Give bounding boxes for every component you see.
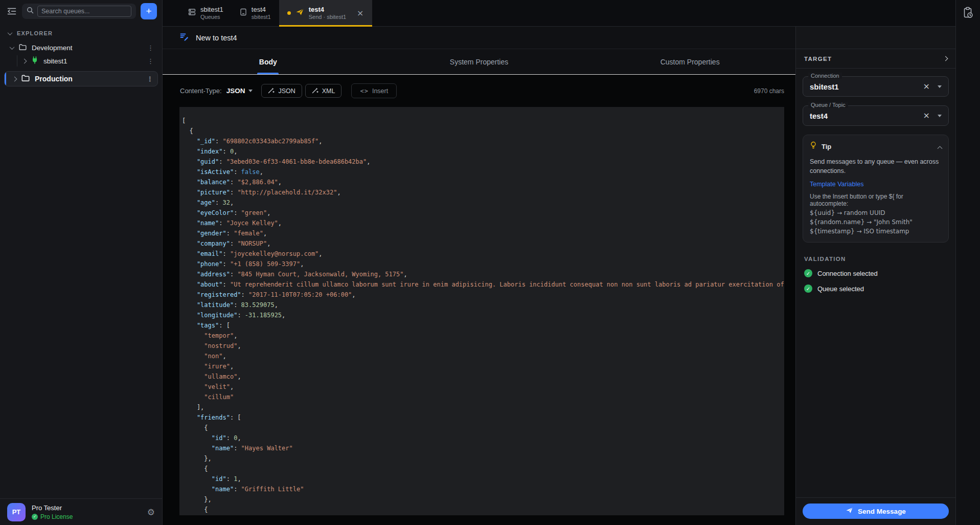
- connection-field[interactable]: Connection sbitest1 ×: [803, 76, 949, 97]
- clipboard-history-icon[interactable]: [963, 7, 974, 21]
- code-line: ],: [182, 402, 784, 412]
- caret-down-icon[interactable]: [938, 85, 942, 88]
- kebab-menu-icon[interactable]: ⋮: [147, 44, 154, 52]
- tree-item-production[interactable]: Production ⋮: [4, 71, 158, 86]
- queue-field[interactable]: Queue / Topic test4 ×: [803, 105, 949, 126]
- tree-item-development[interactable]: Development ⋮: [4, 41, 158, 54]
- tab-custom-label: Custom Properties: [660, 58, 720, 66]
- chevron-right-icon: [12, 76, 17, 81]
- code-line: [: [182, 116, 784, 126]
- tab-system-properties[interactable]: System Properties: [374, 49, 585, 74]
- insert-variable-button[interactable]: <> Insert: [351, 83, 397, 98]
- code-line: "isActive": false,: [182, 167, 784, 177]
- document-header: New to test4: [163, 27, 795, 49]
- add-connection-button[interactable]: +: [141, 3, 157, 19]
- insert-label: Insert: [372, 88, 388, 95]
- code-line: "ullamco",: [182, 371, 784, 382]
- search-box: [22, 4, 136, 19]
- target-panel: TARGET Connection sbitest1 × Queue / Top…: [795, 27, 955, 525]
- validation-label: Connection selected: [817, 270, 878, 277]
- code-line: "eyeColor": "green",: [182, 208, 784, 218]
- user-profile[interactable]: PT Pro Tester ✓ Pro License ⚙: [0, 498, 162, 525]
- explorer-tree: Development ⋮ sbitest1 ⋮ Production ⋮: [0, 39, 162, 86]
- code-line: {: [182, 505, 784, 515]
- code-line: "id": 1,: [182, 474, 784, 484]
- collapse-sidebar-icon[interactable]: [6, 6, 17, 17]
- tip-card: Tip Send messages to any queue — even ac…: [803, 135, 949, 243]
- code-line: "gender": "female",: [182, 228, 784, 238]
- target-panel-top: [796, 27, 955, 49]
- tab-body[interactable]: Body: [163, 49, 374, 74]
- code-line: "latitude": 83.529075,: [182, 300, 784, 310]
- sidebar-top-bar: +: [0, 0, 162, 23]
- active-tab-underline: [279, 25, 372, 27]
- tab-title: sbitest1: [200, 6, 223, 13]
- app-window: + EXPLORER Development ⋮ sbitest1: [0, 0, 980, 525]
- tip-example: ${uuid} → random UUID: [810, 209, 942, 216]
- tab-sbitest1-queues[interactable]: sbitest1 Queues: [180, 0, 232, 26]
- connection-field-value: sbitest1: [810, 82, 839, 91]
- settings-gear-icon[interactable]: ⚙: [147, 507, 155, 517]
- message-tabs: Body System Properties Custom Properties: [163, 49, 795, 75]
- chevron-down-icon: [10, 45, 15, 50]
- kebab-menu-icon[interactable]: ⋮: [147, 75, 153, 83]
- tip-body-text: Send messages to any queue — even across…: [810, 157, 942, 176]
- folder-icon: [19, 43, 27, 52]
- check-circle-icon: ✓: [804, 285, 812, 293]
- format-json-button[interactable]: JSON: [261, 84, 302, 98]
- tip-title: Tip: [822, 143, 831, 150]
- clear-queue-icon[interactable]: ×: [923, 112, 930, 120]
- connection-field-label: Connection: [808, 73, 842, 79]
- send-message-button[interactable]: Send Message: [803, 504, 949, 519]
- content-type-label: Content-Type:: [180, 87, 222, 95]
- template-variables-link[interactable]: Template Variables: [810, 181, 942, 188]
- caret-down-icon[interactable]: [938, 115, 942, 117]
- tab-title: test4: [309, 6, 346, 13]
- code-line: "longitude": -31.185925,: [182, 310, 784, 320]
- code-line: "about": "Ut reprehenderit cillum ullamc…: [182, 279, 784, 290]
- main-panel: New to test4 Body System Properties Cust…: [163, 27, 795, 525]
- explorer-header[interactable]: EXPLORER: [0, 28, 162, 39]
- format-xml-button[interactable]: XML: [305, 84, 342, 98]
- code-line: "picture": "http://placehold.it/32x32",: [182, 187, 784, 198]
- license-check-icon: ✓: [32, 514, 38, 520]
- tab-test4-send-active[interactable]: test4 Send · sbitest1 ×: [279, 0, 372, 26]
- tree-item-label: sbitest1: [43, 57, 67, 65]
- code-content: [ { "_id": "698802c03343abc2799ab85f", "…: [182, 116, 784, 515]
- tip-example: ${timestamp} → ISO timestamp: [810, 228, 942, 235]
- chevron-right-icon[interactable]: [943, 56, 948, 61]
- validation-label: Queue selected: [817, 285, 864, 293]
- tab-custom-properties[interactable]: Custom Properties: [584, 49, 795, 74]
- code-line: "name": "Griffith Little": [182, 484, 784, 494]
- json-editor[interactable]: [ { "_id": "698802c03343abc2799ab85f", "…: [179, 107, 784, 515]
- lightbulb-icon: [810, 141, 817, 151]
- close-tab-icon[interactable]: ×: [357, 8, 363, 18]
- clear-connection-icon[interactable]: ×: [923, 82, 930, 91]
- tab-bar: sbitest1 Queues test4 sbitest1: [163, 0, 955, 27]
- explorer-label: EXPLORER: [17, 30, 53, 36]
- search-input[interactable]: [37, 6, 131, 17]
- connection-plug-icon: [31, 56, 38, 65]
- code-line: {: [182, 423, 784, 433]
- tip-header: Tip: [810, 141, 942, 151]
- tab-body-label: Body: [259, 58, 277, 66]
- compose-icon: [180, 33, 189, 43]
- tree-item-sbitest1[interactable]: sbitest1 ⋮: [4, 54, 158, 68]
- collapse-tip-icon[interactable]: [938, 142, 942, 151]
- tab-test4-queue[interactable]: test4 sbitest1: [232, 0, 279, 26]
- content-type-select[interactable]: JSON: [226, 87, 253, 95]
- code-line: "nostrud",: [182, 341, 784, 351]
- license-label: Pro License: [40, 513, 73, 520]
- caret-down-icon: [248, 90, 253, 92]
- check-circle-icon: ✓: [804, 269, 812, 277]
- code-line: "_id": "698802c03343abc2799ab85f",: [182, 136, 784, 146]
- chevron-right-icon: [22, 58, 27, 63]
- search-icon: [27, 7, 34, 16]
- code-line: "registered": "2017-11-10T07:05:20 +06:0…: [182, 290, 784, 300]
- tab-subtitle: sbitest1: [252, 14, 271, 20]
- kebab-menu-icon[interactable]: ⋮: [147, 57, 154, 65]
- folder-icon: [21, 74, 30, 83]
- editor-toolbar: Content-Type: JSON JSON: [163, 75, 795, 107]
- content-row: New to test4 Body System Properties Cust…: [163, 27, 955, 525]
- magic-wand-icon: [312, 87, 318, 95]
